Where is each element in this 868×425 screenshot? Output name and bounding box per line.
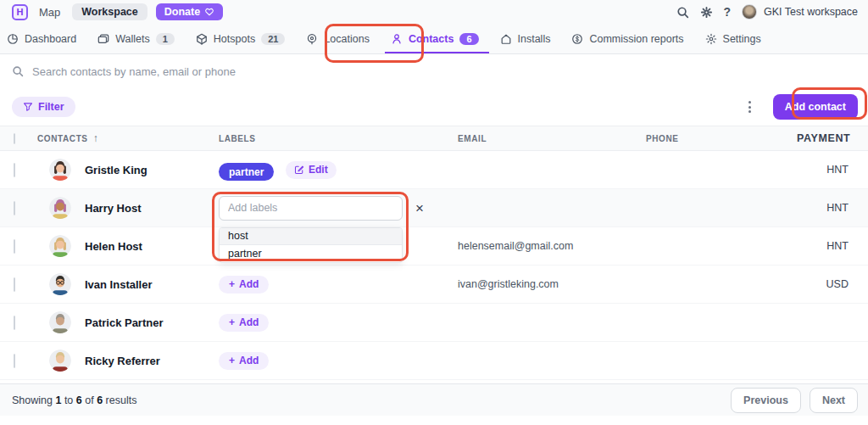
tab-installs[interactable]: Installs [500, 24, 551, 53]
table-row: Gristle King partner Edit HNT [0, 151, 868, 189]
next-button[interactable]: Next [810, 388, 858, 413]
plus-icon: + [229, 316, 235, 328]
add-label-text: Add [239, 316, 259, 328]
table-row: Ivan Installer + Add ivan@gristleking.co… [0, 266, 868, 304]
row-checkbox[interactable] [14, 316, 15, 330]
tab-settings[interactable]: Settings [705, 24, 761, 53]
topbar: H Map Workspace Donate ? GKI Test worksp… [0, 0, 868, 24]
more-options-kebab-icon[interactable] [745, 98, 754, 116]
col-labels: LABELS [219, 134, 256, 143]
search-icon [12, 65, 24, 77]
donate-label: Donate [164, 6, 200, 18]
add-label-button[interactable]: + Add [219, 352, 269, 370]
col-phone: PHONE [646, 134, 679, 143]
tab-label: Installs [518, 33, 551, 45]
edit-labels-button[interactable]: Edit [286, 161, 337, 179]
contact-payment: HNT [797, 240, 868, 252]
tab-label: Dashboard [25, 33, 76, 45]
tab-contacts[interactable]: Contacts 6 [391, 24, 479, 53]
tab-dashboard[interactable]: Dashboard [7, 24, 76, 53]
row-checkbox[interactable] [14, 239, 15, 254]
tab-wallets[interactable]: Wallets 1 [97, 24, 175, 53]
tab-label: Hotspots [214, 33, 255, 45]
plus-icon: + [229, 355, 235, 366]
label-badge[interactable]: partner [219, 163, 274, 181]
pagination-footer: Showing 1 to 6 of 6 results Previous Nex… [0, 383, 868, 416]
row-checkbox[interactable] [14, 201, 15, 215]
search-icon[interactable] [676, 6, 689, 19]
contact-payment: HNT [797, 164, 868, 176]
add-contact-button[interactable]: Add contact [773, 94, 858, 120]
table-row: Ricky Referrer + Add [0, 342, 868, 380]
contact-name: Ivan Installer [85, 278, 152, 291]
dashboard-icon [7, 33, 19, 45]
wallet-icon [97, 33, 109, 45]
previous-button[interactable]: Previous [731, 388, 801, 413]
location-pin-icon [306, 33, 318, 45]
results-summary: Showing 1 to 6 of 6 results [12, 394, 136, 406]
tab-label: Contacts [409, 33, 453, 45]
gear-icon[interactable] [700, 6, 713, 19]
filter-button[interactable]: Filter [12, 97, 75, 117]
pager: Previous Next [731, 388, 858, 413]
contact-name: Gristle King [85, 164, 147, 176]
nav-tabs: Dashboard Wallets 1 Hotspots 21 Location… [0, 24, 868, 53]
edit-pencil-icon [294, 165, 304, 175]
dollar-circle-icon [571, 33, 583, 45]
table-header: CONTACTS ↑ LABELS EMAIL PHONE PAYMENT [0, 126, 868, 151]
contacts-table: CONTACTS ↑ LABELS EMAIL PHONE PAYMENT Gr… [0, 126, 868, 380]
col-payment: PAYMENT [797, 132, 850, 144]
logo-letter: H [17, 7, 24, 17]
topbar-right: ? GKI Test workspace [676, 4, 859, 20]
add-label-text: Add [239, 355, 259, 366]
add-labels-input[interactable] [219, 196, 403, 221]
tab-badge: 21 [261, 33, 285, 45]
tab-badge: 6 [459, 33, 478, 45]
tab-locations[interactable]: Locations [306, 24, 370, 53]
edit-label: Edit [309, 164, 328, 176]
map-link[interactable]: Map [39, 6, 60, 19]
sort-asc-icon[interactable]: ↑ [93, 132, 99, 144]
add-label-button[interactable]: + Add [219, 276, 269, 294]
toolbar: Filter Add contact [0, 88, 868, 126]
contact-name: Harry Host [85, 202, 141, 215]
workspace-toggle[interactable]: Workspace [72, 3, 147, 20]
app-logo[interactable]: H [12, 4, 28, 20]
labels-dropdown: host partner [219, 227, 403, 263]
table-row: Harry Host × host partner HNT [0, 189, 868, 227]
tab-label: Locations [324, 33, 370, 45]
cube-icon [196, 33, 208, 45]
label-option-host[interactable]: host [220, 228, 402, 245]
label-option-partner[interactable]: partner [220, 245, 402, 262]
tab-badge: 1 [156, 33, 175, 45]
table-row: Helen Host helensemail@gmail.com HNT [0, 227, 868, 266]
person-icon [391, 33, 403, 45]
row-checkbox[interactable] [14, 163, 15, 177]
workspace-avatar[interactable] [742, 4, 757, 20]
donate-button[interactable]: Donate [156, 3, 223, 20]
row-checkbox[interactable] [14, 354, 15, 368]
tab-label: Wallets [115, 33, 150, 45]
help-button[interactable]: ? [724, 5, 732, 19]
heart-icon [204, 7, 214, 17]
top-region: H Map Workspace Donate ? GKI Test worksp… [0, 0, 868, 54]
close-icon[interactable]: × [415, 201, 424, 215]
contact-payment: HNT [797, 202, 868, 214]
workspace-name[interactable]: GKI Test workspace [764, 6, 858, 18]
row-checkbox[interactable] [14, 277, 15, 292]
add-label-button[interactable]: + Add [219, 314, 269, 332]
search-contacts-input[interactable] [32, 65, 856, 78]
gear-outline-icon [705, 33, 717, 45]
home-icon [500, 33, 512, 45]
contact-search-bar [0, 54, 868, 88]
add-label-text: Add [239, 278, 259, 290]
contact-email: helensemail@gmail.com [458, 240, 646, 252]
tab-hotspots[interactable]: Hotspots 21 [196, 24, 286, 53]
contact-email: ivan@gristleking.com [458, 278, 646, 290]
contact-avatar [49, 273, 71, 295]
select-all-checkbox[interactable] [14, 133, 15, 144]
tab-label: Settings [723, 33, 761, 45]
col-email: EMAIL [458, 134, 487, 143]
tab-commission-reports[interactable]: Commission reports [571, 24, 683, 53]
contact-payment: USD [797, 278, 868, 290]
